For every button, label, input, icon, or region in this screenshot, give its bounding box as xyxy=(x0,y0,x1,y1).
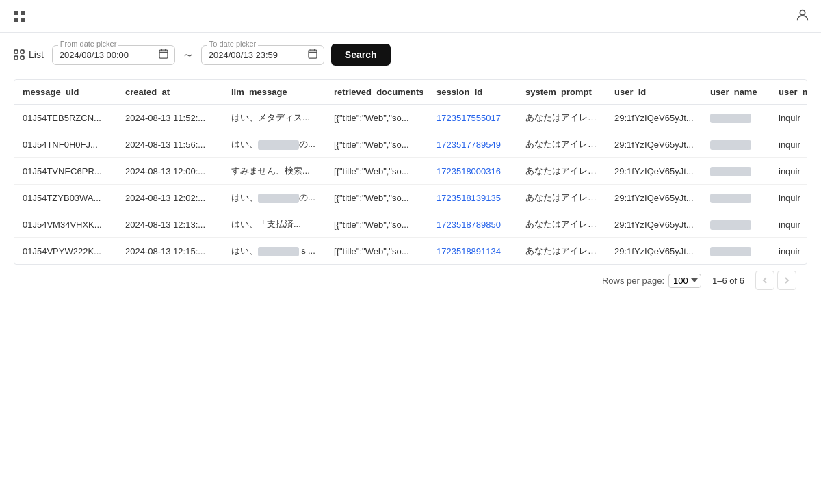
col-header-message-uid: message_uid xyxy=(14,80,117,105)
cell-user-id: 29:1fYzIQeV65yJt... xyxy=(606,158,702,185)
cell-user-id: 29:1fYzIQeV65yJt... xyxy=(606,238,702,265)
to-date-picker[interactable]: To date picker 2024/08/13 23:59 xyxy=(201,45,324,65)
table-row[interactable]: 01J54VPYW222K... 2024-08-13 12:15:... はい… xyxy=(14,238,807,265)
cell-session-id[interactable]: 1723518789850 xyxy=(428,211,517,238)
table-row[interactable]: 01J54TNF0H0FJ... 2024-08-13 11:56:... はい… xyxy=(14,131,807,158)
cell-retrieved-documents: [{"title":"Web","so... xyxy=(326,158,428,185)
cell-retrieved-documents: [{"title":"Web","so... xyxy=(326,131,428,158)
svg-rect-2 xyxy=(21,50,24,53)
cell-session-id[interactable]: 1723518139135 xyxy=(428,185,517,211)
cell-system-prompt: あなたはアイレッ... xyxy=(517,105,606,131)
cell-system-prompt: あなたはアイレッ... xyxy=(517,185,606,211)
cell-user-message: inquir xyxy=(770,185,807,211)
cell-created-at: 2024-08-13 12:13:... xyxy=(117,211,223,238)
cell-created-at: 2024-08-13 11:56:... xyxy=(117,131,223,158)
cell-system-prompt: あなたはアイレッ... xyxy=(517,158,606,185)
cell-created-at: 2024-08-13 12:00:... xyxy=(117,158,223,185)
toolbar: List From date picker 2024/08/13 00:00 ～ xyxy=(14,44,807,66)
table-row[interactable]: 01J54TVNEC6PR... 2024-08-13 12:00:... すみ… xyxy=(14,158,807,185)
cell-user-id: 29:1fYzIQeV65yJt... xyxy=(606,185,702,211)
to-date-value: 2024/08/13 23:59 xyxy=(209,50,278,60)
cell-message-uid: 01J54VPYW222K... xyxy=(14,238,117,265)
cell-user-name xyxy=(702,131,770,158)
cell-message-uid: 01J54TZYB03WA... xyxy=(14,185,117,211)
cell-llm-message: はい、「支払済... xyxy=(223,211,326,238)
cell-session-id[interactable]: 1723517555017 xyxy=(428,105,517,131)
rows-per-page-select[interactable]: 100 10 25 50 xyxy=(668,274,701,288)
list-label: List xyxy=(14,49,44,60)
from-date-label: From date picker xyxy=(58,40,119,48)
pagination-info: 1–6 of 6 xyxy=(712,276,744,286)
from-date-value: 2024/08/13 00:00 xyxy=(60,50,129,60)
svg-rect-3 xyxy=(14,56,18,59)
cell-user-name xyxy=(702,105,770,131)
user-account-button[interactable] xyxy=(795,8,810,25)
cell-user-name xyxy=(702,211,770,238)
cell-user-message: inquir xyxy=(770,131,807,158)
cell-message-uid: 01J54TNF0H0FJ... xyxy=(14,131,117,158)
cell-llm-message: はい、メタディス... xyxy=(223,105,326,131)
cell-user-message: inquir xyxy=(770,238,807,265)
svg-point-0 xyxy=(800,10,805,15)
cell-llm-message: はい、 ｓ... xyxy=(223,238,326,265)
cell-retrieved-documents: [{"title":"Web","so... xyxy=(326,105,428,131)
cell-created-at: 2024-08-13 11:52:... xyxy=(117,105,223,131)
cell-created-at: 2024-08-13 12:02:... xyxy=(117,185,223,211)
cell-user-name xyxy=(702,185,770,211)
cell-retrieved-documents: [{"title":"Web","so... xyxy=(326,238,428,265)
svg-rect-1 xyxy=(14,50,18,53)
prev-page-button[interactable] xyxy=(755,271,774,290)
rows-per-page-control: Rows per page: 100 10 25 50 xyxy=(602,274,701,288)
list-title: List xyxy=(29,49,44,60)
cell-system-prompt: あなたはアイレッ... xyxy=(517,211,606,238)
svg-rect-4 xyxy=(21,56,24,59)
cell-user-id: 29:1fYzIQeV65yJt... xyxy=(606,105,702,131)
cell-user-name xyxy=(702,158,770,185)
table-row[interactable]: 01J54TZYB03WA... 2024-08-13 12:02:... はい… xyxy=(14,185,807,211)
table-row[interactable]: 01J54TEB5RZCN... 2024-08-13 11:52:... はい… xyxy=(14,105,807,131)
col-header-session-id: session_id xyxy=(428,80,517,105)
cell-message-uid: 01J54TVNEC6PR... xyxy=(14,158,117,185)
cell-user-message: inquir xyxy=(770,158,807,185)
cell-user-message: inquir xyxy=(770,211,807,238)
table-header-row: message_uid created_at llm_message retri… xyxy=(14,80,807,105)
cell-llm-message: すみません、検索... xyxy=(223,158,326,185)
col-header-user-name: user_name xyxy=(702,80,770,105)
table-row[interactable]: 01J54VM34VHXK... 2024-08-13 12:13:... はい… xyxy=(14,211,807,238)
cell-session-id[interactable]: 1723517789549 xyxy=(428,131,517,158)
col-header-system-prompt: system_prompt xyxy=(517,80,606,105)
col-header-retrieved-documents: retrieved_documents xyxy=(326,80,428,105)
cell-message-uid: 01J54VM34VHXK... xyxy=(14,211,117,238)
date-range-group: From date picker 2024/08/13 00:00 ～ To d… xyxy=(52,44,391,66)
to-date-calendar-icon xyxy=(307,49,318,62)
cell-session-id[interactable]: 1723518000316 xyxy=(428,158,517,185)
date-range-separator: ～ xyxy=(182,47,194,63)
from-date-picker[interactable]: From date picker 2024/08/13 00:00 xyxy=(52,45,175,65)
svg-rect-5 xyxy=(159,50,168,58)
cell-user-id: 29:1fYzIQeV65yJt... xyxy=(606,131,702,158)
data-table-container[interactable]: message_uid created_at llm_message retri… xyxy=(14,79,807,265)
cell-message-uid: 01J54TEB5RZCN... xyxy=(14,105,117,131)
col-header-created-at: created_at xyxy=(117,80,223,105)
next-page-button[interactable] xyxy=(777,271,796,290)
cell-retrieved-documents: [{"title":"Web","so... xyxy=(326,185,428,211)
table-footer: Rows per page: 100 10 25 50 1–6 of 6 xyxy=(14,265,807,295)
svg-rect-9 xyxy=(309,50,317,58)
cell-llm-message: はい、 の... xyxy=(223,185,326,211)
col-header-user-message: user_message xyxy=(770,80,807,105)
cell-user-id: 29:1fYzIQeV65yJt... xyxy=(606,211,702,238)
cell-system-prompt: あなたはアイレッ... xyxy=(517,131,606,158)
col-header-user-id: user_id xyxy=(606,80,702,105)
app-header xyxy=(0,0,821,33)
cell-user-message: inquir xyxy=(770,105,807,131)
main-content: List From date picker 2024/08/13 00:00 ～ xyxy=(0,33,821,306)
cell-llm-message: はい、 の... xyxy=(223,131,326,158)
search-button[interactable]: Search xyxy=(331,44,391,66)
rows-per-page-label: Rows per page: xyxy=(602,276,664,286)
cell-retrieved-documents: [{"title":"Web","so... xyxy=(326,211,428,238)
col-header-llm-message: llm_message xyxy=(223,80,326,105)
cell-system-prompt: あなたはアイレッ... xyxy=(517,238,606,265)
pagination-nav xyxy=(755,271,796,290)
cell-created-at: 2024-08-13 12:15:... xyxy=(117,238,223,265)
cell-session-id[interactable]: 1723518891134 xyxy=(428,238,517,265)
